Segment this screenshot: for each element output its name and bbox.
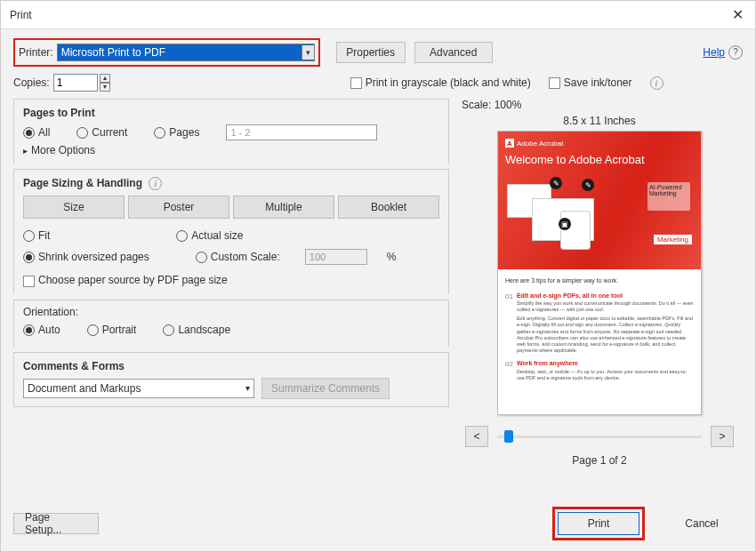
custom-scale-radio[interactable]: Custom Scale:	[196, 251, 280, 263]
info-icon[interactable]: i	[650, 76, 664, 90]
pages-all-radio[interactable]: All	[23, 126, 50, 139]
copies-down[interactable]: ▾	[100, 83, 110, 92]
orientation-title: Orientation:	[23, 306, 439, 318]
poster-button[interactable]: Poster	[128, 196, 229, 219]
preview-slider[interactable]	[497, 436, 702, 438]
chevron-down-icon: ▾	[302, 45, 314, 60]
orientation-landscape-radio[interactable]: Landscape	[163, 324, 230, 336]
window-title: Print	[10, 9, 32, 21]
print-highlight: Print	[552, 507, 645, 540]
copies-input[interactable]	[53, 74, 98, 92]
tip2-title: Work from anywhere	[517, 359, 694, 369]
slider-thumb[interactable]	[504, 430, 513, 443]
comments-selected-value: Document and Markups	[28, 382, 141, 395]
tip1-title: Edit and e-sign PDFs, all in one tool	[517, 292, 694, 301]
chevron-down-icon: ▾	[245, 383, 250, 393]
printer-selected-value: Microsoft Print to PDF	[61, 46, 165, 59]
preview-welcome: Welcome to Adobe Acrobat	[505, 153, 694, 166]
copies-up[interactable]: ▴	[100, 74, 110, 83]
properties-button[interactable]: Properties	[336, 42, 406, 63]
fit-radio[interactable]: Fit	[23, 229, 50, 242]
triangle-right-icon: ▸	[23, 146, 28, 156]
tip1-text: Simplify the way you work and communicat…	[517, 300, 694, 313]
booklet-button[interactable]: Booklet	[338, 196, 439, 219]
actual-size-radio[interactable]: Actual size	[176, 229, 243, 242]
pencil-icon: ✎	[550, 177, 562, 189]
comments-title: Comments & Forms	[23, 360, 439, 372]
more-options-toggle[interactable]: ▸ More Options	[23, 144, 439, 156]
adobe-logo-icon: A	[505, 139, 514, 148]
tip1-num: 01	[505, 292, 513, 355]
pages-range-radio[interactable]: Pages	[154, 126, 199, 139]
shrink-radio[interactable]: Shrink oversized pages	[23, 251, 149, 263]
info-icon[interactable]: i	[149, 177, 162, 190]
multiple-button[interactable]: Multiple	[233, 196, 334, 219]
printer-label: Printer:	[19, 46, 53, 59]
preview-marketing-tag: Marketing	[654, 235, 692, 244]
pages-current-radio[interactable]: Current	[76, 126, 127, 139]
orientation-auto-radio[interactable]: Auto	[23, 324, 60, 336]
printer-highlight: Printer: Microsoft Print to PDF ▾	[13, 38, 320, 67]
printer-select[interactable]: Microsoft Print to PDF ▾	[57, 44, 315, 61]
cancel-button[interactable]: Cancel	[661, 512, 743, 535]
grayscale-checkbox[interactable]: Print in grayscale (black and white)	[350, 76, 531, 89]
pages-to-print-title: Pages to Print	[23, 107, 439, 119]
custom-scale-input[interactable]	[305, 249, 367, 265]
page-indicator: Page 1 of 2	[462, 454, 737, 467]
preview-prev-button[interactable]: <	[465, 426, 488, 447]
advanced-button[interactable]: Advanced	[414, 42, 493, 63]
preview-thumbnail: A Adobe Acrobat Welcome to Adobe Acrobat…	[497, 131, 702, 415]
saveink-checkbox[interactable]: Save ink/toner	[549, 76, 632, 89]
preview-tips-head: Here are 3 tips for a simpler way to wor…	[505, 276, 694, 286]
pencil-icon: ✎	[582, 179, 594, 191]
print-button[interactable]: Print	[558, 512, 639, 535]
paper-size-label: 8.5 x 11 Inches	[462, 115, 737, 127]
comments-select[interactable]: Document and Markups ▾	[23, 379, 254, 398]
orientation-portrait-radio[interactable]: Portrait	[87, 324, 137, 336]
pages-range-input[interactable]	[226, 124, 377, 140]
help-icon[interactable]: ?	[728, 45, 743, 60]
preview-ai-badge: AI-Powered Marketing	[647, 182, 690, 211]
summarize-comments-button: Summarize Comments	[261, 378, 390, 399]
percent-label: %	[387, 251, 397, 263]
choose-source-checkbox[interactable]: Choose paper source by PDF page size	[23, 274, 228, 286]
page-setup-button[interactable]: Page Setup...	[13, 513, 99, 534]
tip2-text: Desktop, web, or mobile — it's up to you…	[517, 369, 694, 381]
close-icon[interactable]: ✕	[728, 6, 746, 23]
preview-next-button[interactable]: >	[711, 426, 734, 447]
help-link[interactable]: Help	[703, 46, 725, 59]
tip2-num: 02	[505, 359, 513, 381]
camera-icon: ▣	[559, 218, 571, 230]
scale-label: Scale: 100%	[462, 99, 737, 111]
copies-label: Copies:	[13, 76, 50, 89]
sizing-title: Page Sizing & Handling i	[23, 177, 439, 190]
tip1-sub: Edit anything. Convert digital or paper …	[517, 316, 694, 354]
preview-brand: Adobe Acrobat	[517, 140, 563, 148]
size-button[interactable]: Size	[23, 196, 125, 219]
